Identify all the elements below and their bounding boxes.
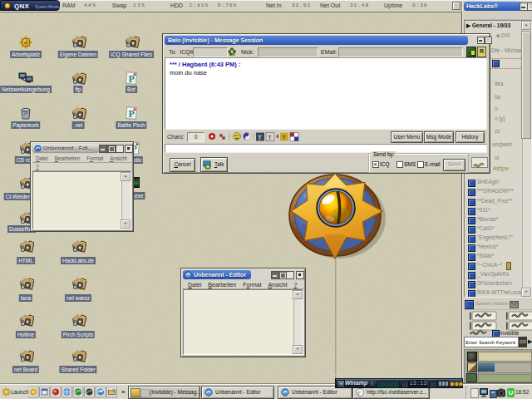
svg-text:T: T: [282, 134, 286, 141]
svg-text:T: T: [268, 134, 272, 141]
svg-text:T: T: [258, 134, 262, 141]
svg-text:e: e: [357, 389, 361, 397]
